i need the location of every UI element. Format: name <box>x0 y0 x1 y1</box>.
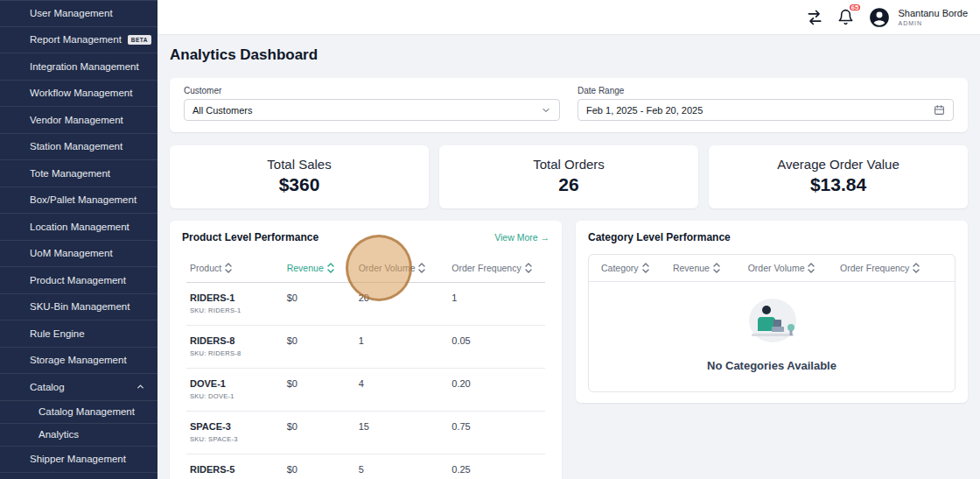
table-row[interactable]: RIDERS-5SKU: RIDERS-5 $0 5 0.25 <box>186 454 545 479</box>
sidebar-item-vendor-management[interactable]: Vendor Management <box>0 107 158 134</box>
beta-badge: BETA <box>128 35 151 45</box>
col-revenue[interactable]: Revenue <box>673 263 748 273</box>
sidebar-item-analytics[interactable]: Analytics <box>0 424 158 447</box>
col-order-volume[interactable]: Order Volume <box>748 263 840 273</box>
avatar-icon[interactable] <box>868 6 891 29</box>
sort-icon <box>808 263 815 273</box>
sidebar-item-location-management[interactable]: Location Management <box>0 214 158 241</box>
notifications-bell-icon[interactable]: 65 <box>837 9 854 25</box>
col-order-volume[interactable]: Order Volume <box>355 250 449 283</box>
sidebar-item-workflow-management[interactable]: Workflow Management <box>0 81 158 108</box>
col-product[interactable]: Product <box>186 250 284 283</box>
date-range-label: Date Range <box>578 86 954 95</box>
product-performance-panel: Product Level Performance View More → Pr… <box>170 221 562 479</box>
sort-icon <box>713 263 720 273</box>
col-order-frequency[interactable]: Order Frequency <box>448 250 545 283</box>
sidebar-item-shipper-management[interactable]: Shipper Management <box>0 447 158 474</box>
user-role: ADMIN <box>898 20 968 26</box>
table-row[interactable]: RIDERS-1SKU: RIDERS-1 $0 20 1 <box>186 283 545 326</box>
page-title: Analytics Dashboard <box>170 46 968 64</box>
sort-icon <box>225 263 232 273</box>
category-performance-panel: Category Level Performance Category Reve… <box>576 221 968 403</box>
empty-state: No Categories Available <box>589 282 955 391</box>
sidebar-item-rule-engine[interactable]: Rule Engine <box>0 321 158 348</box>
stat-total-sales: Total Sales $360 <box>170 145 429 208</box>
stat-average-order-value: Average Order Value $13.84 <box>709 145 968 208</box>
empty-state-illustration <box>743 294 801 347</box>
stat-total-orders: Total Orders 26 <box>439 145 698 208</box>
sidebar-item-product-management[interactable]: Product Management <box>0 267 158 294</box>
col-order-frequency[interactable]: Order Frequency <box>840 263 942 273</box>
product-panel-title: Product Level Performance <box>182 231 318 243</box>
notification-count-badge: 65 <box>848 3 863 12</box>
col-revenue[interactable]: Revenue <box>284 250 355 283</box>
table-row[interactable]: DOVE-1SKU: DOVE-1 $0 4 0.20 <box>186 369 545 412</box>
filters-card: Customer All Customers Date Range Feb 1,… <box>170 78 968 132</box>
table-row[interactable]: SPACE-3SKU: SPACE-3 $0 15 0.75 <box>186 412 545 454</box>
chevron-down-icon <box>541 105 551 116</box>
user-name: Shantanu Borde <box>898 8 968 18</box>
sidebar-item-sku-bin-management[interactable]: SKU-Bin Management <box>0 294 158 321</box>
sidebar-item-catalog[interactable]: Catalog <box>0 374 158 401</box>
topbar: 65 Shantanu Borde ADMIN <box>158 0 980 35</box>
product-table: Product Revenue Order Volume Order Frequ… <box>186 250 545 479</box>
chevron-up-icon <box>136 382 145 391</box>
sidebar: User Management Report ManagementBETA In… <box>0 0 158 479</box>
main-content: Analytics Dashboard Customer All Custome… <box>158 35 980 479</box>
empty-state-text: No Categories Available <box>589 359 955 372</box>
calendar-icon <box>934 104 945 116</box>
customer-select[interactable]: All Customers <box>184 99 560 121</box>
sidebar-item-integration-management[interactable]: Integration Management <box>0 53 158 81</box>
sort-icon <box>913 263 920 273</box>
sidebar-item-catalog-management[interactable]: Catalog Management <box>0 401 158 424</box>
sort-icon <box>525 263 532 273</box>
sidebar-item-report-management[interactable]: Report ManagementBETA <box>0 27 158 54</box>
date-range-input[interactable]: Feb 1, 2025 - Feb 20, 2025 <box>578 99 954 121</box>
customer-filter-label: Customer <box>184 86 560 95</box>
table-row[interactable]: RIDERS-8SKU: RIDERS-8 $0 1 0.05 <box>186 326 545 369</box>
transfer-icon[interactable] <box>806 9 823 26</box>
sidebar-item-station-management[interactable]: Station Management <box>0 134 158 161</box>
sidebar-item-storage-management[interactable]: Storage Management <box>0 348 158 375</box>
sidebar-item-uom-management[interactable]: UoM Management <box>0 241 158 268</box>
category-table: Category Revenue Order Volume Order Freq… <box>588 254 956 392</box>
sort-icon <box>327 263 334 273</box>
col-category[interactable]: Category <box>601 263 673 273</box>
sidebar-item-tote-management[interactable]: Tote Management <box>0 160 158 187</box>
sidebar-item-user-management[interactable]: User Management <box>0 0 158 27</box>
view-more-link[interactable]: View More → <box>494 232 550 243</box>
stats-row: Total Sales $360 Total Orders 26 Average… <box>170 145 968 208</box>
sort-icon <box>418 263 425 273</box>
category-panel-title: Category Level Performance <box>588 231 956 243</box>
sidebar-item-box-pallet-management[interactable]: Box/Pallet Management <box>0 187 158 215</box>
sort-icon <box>642 263 649 273</box>
